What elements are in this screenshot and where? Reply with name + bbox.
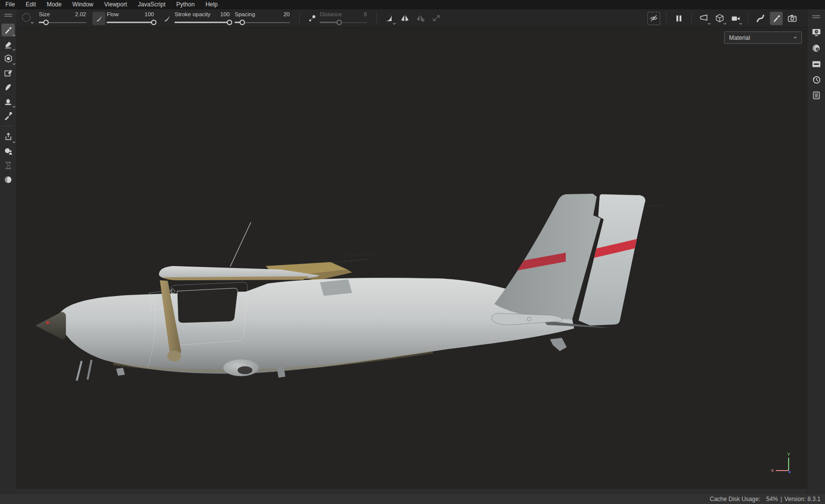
history-button[interactable]	[809, 73, 823, 86]
menu-window[interactable]: Window	[67, 0, 99, 9]
symmetry-button[interactable]	[398, 12, 411, 25]
flow-slider[interactable]	[107, 20, 154, 26]
pen-pressure-opacity-toggle[interactable]	[160, 12, 173, 25]
brush-tip-circle-icon	[22, 13, 31, 22]
settings-sidebar	[807, 9, 825, 493]
chevron-down-icon	[12, 141, 16, 144]
export-icon	[4, 132, 13, 141]
pen-pressure-icon	[163, 15, 171, 22]
fuselage[interactable]	[58, 278, 574, 374]
perspective-view-icon	[700, 14, 709, 22]
eyedropper-icon	[4, 112, 12, 120]
shader-settings-button[interactable]	[809, 42, 823, 55]
stroke-opacity-slider[interactable]	[175, 20, 230, 26]
z-axis[interactable]	[789, 471, 791, 473]
physics-particle-button[interactable]	[754, 12, 767, 25]
distance-label: Distance	[320, 11, 342, 17]
stroke-opacity-slider-handle[interactable]	[227, 20, 232, 25]
size-slider[interactable]	[39, 20, 86, 26]
brush-preview[interactable]	[21, 12, 34, 25]
pause-engine-button[interactable]	[672, 12, 685, 25]
screenshot-button[interactable]	[786, 12, 798, 25]
tool-hourglass-pending	[1, 159, 15, 172]
menu-mode[interactable]: Mode	[41, 0, 67, 9]
rear-gear	[550, 338, 567, 351]
tool-polygon-fill[interactable]	[1, 66, 15, 79]
chevron-down-icon	[12, 63, 16, 65]
statusbar: Cache Disk Usage: 54% | Version: 8.3.1	[0, 493, 825, 504]
lazy-mouse-button[interactable]	[306, 12, 318, 25]
symmetry-icon	[400, 14, 409, 22]
projection-icon	[4, 54, 13, 63]
tools-divider	[3, 126, 13, 126]
log-document-icon	[812, 91, 821, 100]
log-button[interactable]	[809, 89, 823, 102]
display-settings-button[interactable]	[809, 26, 823, 39]
collapsed-dock-strip[interactable]	[16, 488, 825, 493]
symmetry-settings-button	[414, 12, 427, 25]
size-slider-handle[interactable]	[43, 20, 49, 25]
distance-slider-handle	[336, 20, 342, 25]
menu-edit[interactable]: Edit	[20, 0, 41, 9]
statusbar-separator: |	[780, 496, 782, 503]
menubar: File Edit Mode Window Viewport JavaScrip…	[0, 0, 825, 9]
axis-gizmo[interactable]: Y X	[770, 452, 795, 475]
video-camera-icon	[731, 15, 740, 22]
particle-trail-icon	[756, 14, 765, 23]
toolbar-divider	[666, 12, 667, 24]
toolbar-grip-handle[interactable]	[812, 15, 820, 18]
tool-projection[interactable]	[1, 52, 15, 65]
uv-reprojection-button	[430, 12, 443, 25]
spacing-value: 20	[283, 11, 290, 17]
flow-slider-handle[interactable]	[151, 20, 156, 25]
stencil-visibility-button[interactable]	[647, 12, 660, 25]
tool-material-picker[interactable]	[1, 109, 15, 122]
tool-smudge[interactable]	[1, 81, 15, 93]
history-clock-icon	[812, 75, 821, 84]
flow-slider-fill	[107, 22, 154, 23]
viewport-3d[interactable]: Material Y X	[16, 28, 807, 488]
menu-help[interactable]: Help	[200, 0, 223, 9]
tool-render-sphere[interactable]	[1, 173, 15, 186]
antenna	[230, 222, 251, 267]
substance-painter-window: File Edit Mode Window Viewport JavaScrip…	[0, 0, 825, 504]
rear-window	[320, 279, 352, 296]
render-sphere-icon	[4, 176, 12, 184]
distance-slider-group: Distance8	[320, 11, 367, 26]
menu-python[interactable]: Python	[171, 0, 200, 9]
chevron-down-icon	[723, 23, 727, 25]
paint-mode-button[interactable]	[770, 12, 783, 25]
tool-export-textures[interactable]	[1, 130, 15, 143]
chevron-down-icon	[739, 23, 742, 25]
perspective-view-button[interactable]	[698, 12, 710, 25]
airplane-model[interactable]	[16, 28, 807, 488]
chevron-down-icon	[393, 23, 396, 25]
tool-assign-material[interactable]	[1, 145, 15, 157]
pen-pressure-size-toggle[interactable]	[92, 12, 105, 25]
pause-icon	[675, 15, 682, 22]
texture-set-settings-button[interactable]	[809, 58, 823, 70]
menu-viewport[interactable]: Viewport	[99, 0, 132, 9]
falloff-curve-button[interactable]	[383, 12, 396, 25]
menu-file[interactable]: File	[0, 0, 20, 9]
spacing-slider-handle[interactable]	[240, 20, 245, 25]
shaded-view-button[interactable]	[713, 12, 726, 25]
spacing-slider[interactable]	[235, 20, 290, 26]
side-window-opening	[177, 288, 238, 323]
toolbar-grip-handle[interactable]	[4, 14, 12, 17]
tool-paint-brush[interactable]	[1, 24, 15, 36]
tools-sidebar	[0, 9, 16, 493]
flow-label: Flow	[107, 11, 119, 17]
chevron-down-icon	[12, 49, 16, 51]
spacing-label: Spacing	[235, 11, 255, 17]
eraser-icon	[4, 40, 12, 49]
stroke-opacity-slider-fill	[175, 22, 230, 23]
tool-clone-stamp[interactable]	[1, 95, 15, 108]
camera-view-button[interactable]	[729, 12, 742, 25]
tool-eraser[interactable]	[1, 38, 15, 51]
distance-slider	[320, 20, 367, 26]
stroke-opacity-slider-group: Stroke opacity100	[175, 11, 230, 26]
cache-disk-usage-value: 54%	[766, 496, 778, 503]
viewport-display-mode-select[interactable]: Material	[724, 31, 802, 44]
menu-javascript[interactable]: JavaScript	[132, 0, 171, 9]
